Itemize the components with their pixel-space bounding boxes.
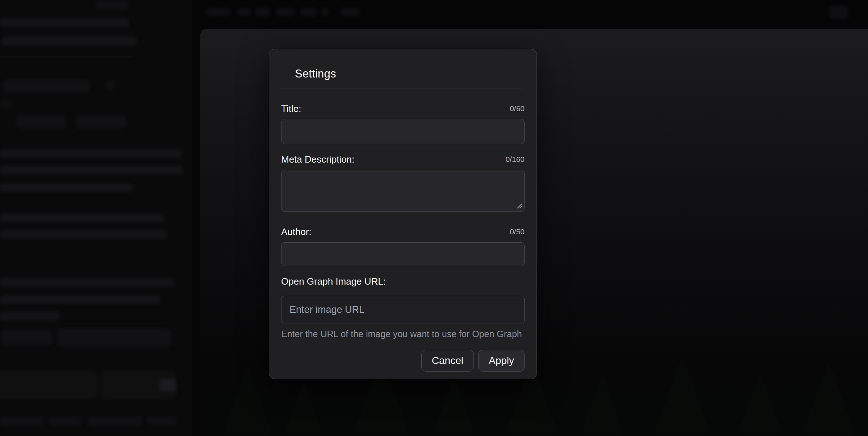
modal-actions: Cancel Apply <box>281 350 525 372</box>
cancel-button[interactable]: Cancel <box>421 350 474 372</box>
settings-modal: Settings Title: 0/60 Meta Description: 0… <box>269 49 537 379</box>
apply-button[interactable]: Apply <box>478 350 525 372</box>
author-label: Author: <box>281 226 312 238</box>
meta-description-char-counter: 0/160 <box>505 155 525 164</box>
og-image-url-label: Open Graph Image URL: <box>281 276 386 287</box>
modal-title-divider <box>281 88 525 88</box>
title-char-counter: 0/60 <box>510 104 525 113</box>
resize-handle-icon[interactable] <box>516 202 522 209</box>
title-label: Title: <box>281 103 301 114</box>
author-input[interactable] <box>281 242 525 266</box>
og-image-url-input[interactable] <box>281 296 525 323</box>
og-image-url-helper-text: Enter the URL of the image you want to u… <box>281 328 525 339</box>
author-char-counter: 0/50 <box>510 227 525 236</box>
title-input[interactable] <box>281 119 525 144</box>
meta-description-label: Meta Description: <box>281 154 354 165</box>
meta-description-textarea[interactable] <box>281 170 525 212</box>
modal-title: Settings <box>295 67 525 80</box>
